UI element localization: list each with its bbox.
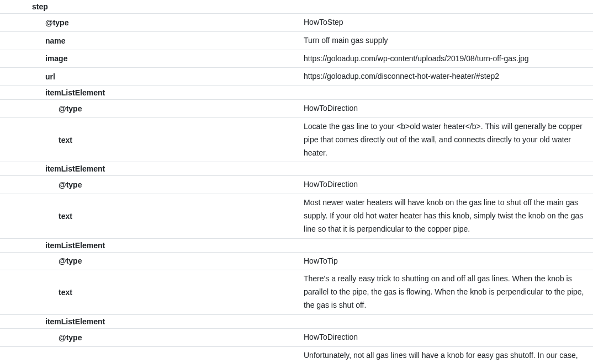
row-step-url: url https://goloadup.com/disconnect-hot-… [0,68,593,86]
val-step-url: https://goloadup.com/disconnect-hot-wate… [304,68,593,85]
val-itemlist-0 [304,86,593,99]
row-step: step [0,0,593,14]
val-step-type: HowToStep [304,14,593,31]
row-item3-type: @type HowToDirection [0,329,593,347]
key-type: @type [0,100,304,117]
row-item0-text: text Locate the gas line to your <b>old … [0,118,593,162]
val-item2-type: HowToTip [304,253,593,270]
key-step: step [0,0,304,13]
row-item1-type: @type HowToDirection [0,176,593,194]
key-type: @type [0,14,304,31]
key-text: text [0,270,304,314]
val-step-image: https://goloadup.com/wp-content/uploads/… [304,50,593,68]
key-name: name [0,32,304,50]
row-itemlist-2: itemListElement [0,239,593,253]
key-type: @type [0,329,304,346]
row-item2-type: @type HowToTip [0,253,593,271]
key-image: image [0,50,304,68]
row-item1-text: text Most newer water heaters will have … [0,194,593,238]
row-item0-type: @type HowToDirection [0,100,593,118]
key-text: text [0,118,304,162]
row-itemlist-0: itemListElement [0,86,593,100]
key-text: text [0,194,304,238]
key-itemlist: itemListElement [0,162,304,175]
val-item0-type: HowToDirection [304,100,593,117]
row-step-type: @type HowToStep [0,14,593,32]
val-item3-type: HowToDirection [304,329,593,346]
key-itemlist: itemListElement [0,239,304,252]
key-type: @type [0,176,304,194]
key-text: text [0,347,304,364]
row-item3-text: text Unfortunately, not all gas lines wi… [0,347,593,364]
val-item1-text: Most newer water heaters will have knob … [304,194,593,238]
val-itemlist-3 [304,315,593,328]
val-item1-type: HowToDirection [304,176,593,194]
val-itemlist-2 [304,239,593,252]
row-step-image: image https://goloadup.com/wp-content/up… [0,50,593,68]
val-step [304,0,593,13]
val-step-name: Turn off main gas supply [304,32,593,50]
val-itemlist-1 [304,162,593,175]
row-item2-text: text There's a really easy trick to shut… [0,270,593,314]
row-step-name: name Turn off main gas supply [0,32,593,50]
val-item3-text: Unfortunately, not all gas lines will ha… [304,347,593,364]
val-item0-text: Locate the gas line to your <b>old water… [304,118,593,162]
row-itemlist-1: itemListElement [0,162,593,176]
key-url: url [0,68,304,85]
key-itemlist: itemListElement [0,315,304,328]
key-itemlist: itemListElement [0,86,304,99]
val-item2-text: There's a really easy trick to shutting … [304,270,593,314]
row-itemlist-3: itemListElement [0,315,593,329]
key-type: @type [0,253,304,270]
